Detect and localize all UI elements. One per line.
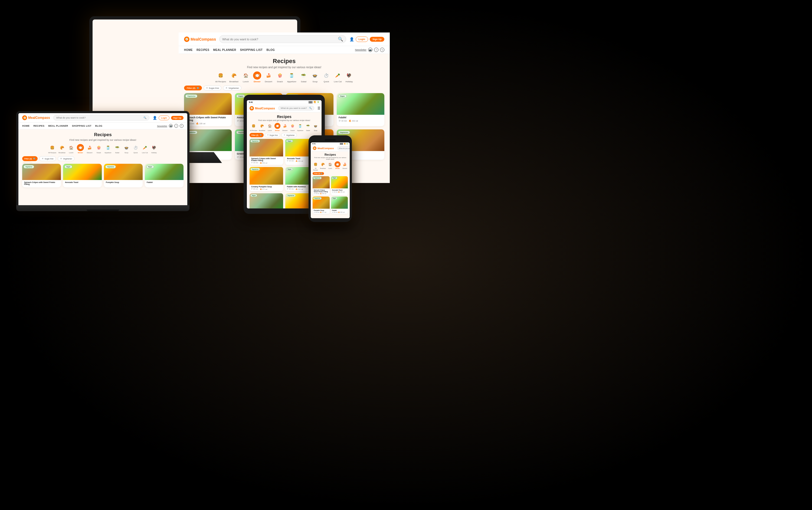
monitor-filter-tag-sugarfree[interactable]: ✕ Sugar-free: [204, 86, 222, 90]
phone-recipe-card-2[interactable]: Vegetarian Pumpkin Soup ⏱ 60 min 🔥 277 c…: [313, 197, 330, 214]
tablet-cat-salad[interactable]: 🥗Salad: [305, 123, 311, 131]
tablet-cat-soup[interactable]: 🍲Soup: [313, 123, 319, 131]
phone-cat-lunch[interactable]: 🏠 Lunch: [327, 161, 333, 171]
laptop-cat-quick[interactable]: ⏱️Quick: [132, 144, 139, 153]
laptop-nav-shopping-list[interactable]: SHOPPING LIST: [72, 124, 91, 127]
monitor-recipe-card-0[interactable]: Vegetarian Spinach Crêpes with Sweet Pot…: [184, 93, 232, 126]
phone-search-input[interactable]: [339, 147, 350, 149]
monitor-cat-dinner[interactable]: 🍽️ Dinner: [253, 72, 261, 83]
laptop-cat-holiday[interactable]: 🦃Holiday: [150, 144, 157, 153]
laptop-cat-soup[interactable]: 🍲Soup: [123, 144, 130, 153]
tablet-filter-tag-sugarfree-remove[interactable]: ✕: [267, 134, 269, 136]
laptop-login-button[interactable]: Login: [158, 116, 169, 120]
monitor-cat-snack[interactable]: 🍿 Snack: [276, 72, 284, 83]
laptop-recipe-card-0[interactable]: Vegetarian Spinach Crêpes with Sweet Pot…: [22, 164, 61, 187]
laptop-cat-dessert[interactable]: 🍰Dessert: [86, 144, 93, 153]
laptop-nav-blog[interactable]: BLOG: [95, 124, 103, 127]
monitor-cat-all[interactable]: 🍔 All Recipes: [215, 72, 226, 83]
laptop-search-input[interactable]: [56, 116, 143, 119]
tablet-recipe-cal-2: 🔥 277 cal: [260, 188, 267, 190]
tablet-filter-button[interactable]: Filter (2) ⚙️: [250, 133, 264, 137]
phone-recipe-card-1[interactable]: Vegan Avocado Toast ⏱ 10 min 🔥 195 cal: [331, 176, 348, 195]
laptop-filter-tag-vegetarian[interactable]: ✕ Vegetarian: [58, 156, 75, 161]
laptop-cat-appetizer[interactable]: 🫙Appetizer: [105, 144, 112, 153]
tablet-filter-tag-vegetarian-remove[interactable]: ✕: [284, 134, 285, 136]
tablet-filter-tag-sugarfree[interactable]: ✕ Sugar-free: [265, 133, 281, 137]
laptop-facebook-icon[interactable]: f: [174, 124, 178, 128]
tablet-menu-icon[interactable]: ☰: [318, 106, 320, 110]
monitor-cat-appetizer[interactable]: 🫙 Appetizer: [287, 72, 296, 83]
laptop-recipe-card-3[interactable]: Vegan Falafel: [145, 164, 183, 187]
tablet-cat-soup-label: Soup: [314, 130, 318, 131]
tablet-recipe-badge-5: Vegetarian: [286, 194, 296, 197]
laptop-cat-salad[interactable]: 🥗Salad: [114, 144, 121, 153]
laptop-cat-lunch[interactable]: 🏠Lunch: [68, 144, 75, 153]
laptop-twitter-icon[interactable]: 𝕏: [180, 124, 183, 128]
tablet-cat-dessert[interactable]: 🍰Dessert: [282, 123, 288, 131]
monitor-nav-shopping-list[interactable]: SHOPPING LIST: [240, 49, 263, 51]
monitor-cat-breakfast[interactable]: 🥐 Breakfast: [229, 72, 238, 83]
tablet-cat-appetizer[interactable]: 🫙Appetizer: [297, 123, 303, 131]
tablet-cat-dinner[interactable]: 🍽️Dinner: [274, 123, 281, 131]
tablet-cat-breakfast[interactable]: 🥐Breakfast: [259, 123, 265, 131]
laptop-filter-tag-vegetarian-remove[interactable]: ✕: [60, 157, 62, 160]
tablet-cat-lunch[interactable]: 🏠Lunch: [267, 123, 273, 131]
tablet-filter-tag-vegetarian-label: Vegetarian: [286, 134, 294, 136]
laptop-filter-tag-sugarfree-remove[interactable]: ✕: [42, 157, 44, 160]
monitor-nav-meal-planner[interactable]: MEAL PLANNER: [213, 49, 236, 51]
tablet-recipe-card-2[interactable]: Vegetarian Creamy Pumpkin Soup ⏱ 60 min …: [250, 167, 283, 191]
laptop-cat-breakfast[interactable]: 🥐Breakfast: [58, 144, 65, 153]
monitor-nav-recipes[interactable]: RECIPES: [197, 49, 209, 51]
laptop-signup-button[interactable]: Sign Up: [171, 116, 183, 120]
monitor-cat-dessert[interactable]: 🍰 Dessert: [264, 72, 272, 83]
phone-recipe-card-0[interactable]: Vegetarian Spinach Crêpes Sweet Potato F…: [313, 176, 330, 195]
tablet-recipe-card-4[interactable]: Vegan Vietnamese Spring Rolls: [250, 193, 283, 208]
phone-recipe-badge-0: Vegetarian: [313, 177, 322, 179]
phone-search-bar[interactable]: 🔍: [337, 146, 350, 150]
laptop-search-bar[interactable]: 🔍: [53, 115, 149, 120]
tablet-filter-tag-vegetarian[interactable]: ✕ Vegetarian: [281, 133, 297, 137]
tablet-cat-dessert-label: Dessert: [282, 130, 287, 131]
tablet-search-input[interactable]: [281, 107, 309, 109]
laptop-instagram-icon[interactable]: 📷: [169, 124, 173, 128]
laptop-cat-dinner[interactable]: 🍽️Dinner: [77, 144, 84, 153]
phone-filter-button[interactable]: Filter (2) ⚙️: [313, 172, 324, 175]
monitor-search-input[interactable]: [222, 38, 297, 41]
monitor-cat-lunch[interactable]: 🏠 Lunch: [242, 72, 250, 83]
monitor-search-bar[interactable]: 🔍: [219, 35, 297, 43]
tablet-recipe-card-0[interactable]: Vegetarian Spinach Crêpes with Sweet Pot…: [250, 139, 283, 165]
phone-cat-dessert[interactable]: 🍰 Dessert: [342, 161, 348, 171]
monitor-nav-blog[interactable]: BLOG: [266, 49, 275, 51]
laptop-recipe-card-2[interactable]: Vegetarian Pumpkin Soup: [104, 164, 143, 187]
laptop-cat-all[interactable]: 🍔All Recipes: [48, 144, 56, 153]
laptop-filter-tag-sugarfree[interactable]: ✕ Sugar-free: [39, 156, 56, 161]
tablet-cat-snack[interactable]: 🍿Snack: [290, 123, 296, 131]
laptop-cat-lowcal[interactable]: 🥕Low Cal: [141, 144, 148, 153]
laptop-recipe-badge-3: Vegan: [146, 165, 154, 168]
monitor-recipe-card-4[interactable]: Vegetarian Vegetable Pasta ⏱25 min 🔥310 …: [184, 130, 232, 152]
monitor-filter-tag-vegetarian-remove[interactable]: ✕: [226, 87, 228, 89]
laptop-newsletter-link[interactable]: Newsletter: [157, 125, 167, 127]
laptop-nav-recipes[interactable]: RECIPES: [34, 124, 45, 127]
laptop-user-icon: 👤: [153, 116, 157, 120]
phone-status-bar: 9:41 ▌▌▌ 📶 🔋: [311, 142, 350, 145]
laptop-cat-snack[interactable]: 🍿Snack: [95, 144, 102, 153]
phone-cat-dinner[interactable]: 🍽️ Dinner: [335, 161, 341, 171]
monitor-filter-button[interactable]: Filter (2) ⚙️: [184, 86, 202, 90]
tablet-cat-all[interactable]: 🍔All Recipes: [250, 123, 257, 131]
laptop-cat-lowcal-icon: 🥕: [141, 144, 148, 151]
phone-recipe-grid: Vegetarian Spinach Crêpes Sweet Potato F…: [313, 176, 348, 214]
laptop-nav-home[interactable]: HOME: [22, 124, 30, 127]
laptop-recipe-card-1[interactable]: Vegan Avocado Toast: [63, 164, 102, 187]
monitor-filter-tag-sugarfree-remove[interactable]: ✕: [206, 87, 208, 89]
phone-cat-all[interactable]: 🍔 All Recipes: [313, 161, 319, 171]
phone-cat-breakfast[interactable]: 🥐 Breakfast: [320, 161, 326, 171]
monitor-cat-lunch-icon: 🏠: [242, 72, 250, 80]
laptop-nav-meal-planner[interactable]: MEAL PLANNER: [48, 124, 68, 127]
monitor-nav-home[interactable]: HOME: [184, 49, 193, 51]
laptop-filter-button[interactable]: Filter (2) ⚙️: [22, 156, 38, 161]
tablet-recipe-cal-0: 🔥 546 cal: [260, 162, 267, 164]
tablet-search-bar[interactable]: 🔍: [278, 106, 314, 110]
monitor-filter-tag-vegetarian[interactable]: ✕ Vegetarian: [223, 86, 241, 90]
phone-recipe-card-3[interactable]: Vegan Falafel ⏱ 30 min 🔥 332 cal: [331, 197, 348, 214]
